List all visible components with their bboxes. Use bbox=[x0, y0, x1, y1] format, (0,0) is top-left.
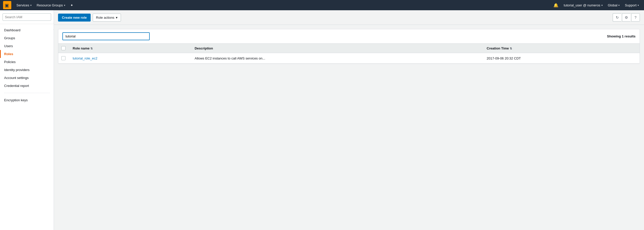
bookmarks-button[interactable]: ✦ bbox=[68, 0, 75, 10]
sidebar: ‹ Dashboard Groups Users Roles Policies … bbox=[0, 10, 54, 230]
sidebar-divider bbox=[4, 93, 50, 93]
gear-icon: ⚙ bbox=[625, 15, 628, 19]
content-area: Create new role Role actions ▾ ↻ ⚙ ? bbox=[54, 10, 644, 230]
sidebar-item-groups[interactable]: Groups bbox=[0, 34, 54, 42]
user-label: tutorial_user @ numeros bbox=[564, 3, 600, 7]
header-creation-time[interactable]: Creation Time ⇅ bbox=[482, 44, 640, 53]
logo-cube-icon bbox=[5, 3, 10, 8]
toolbar-icon-group: ↻ ⚙ ? bbox=[613, 13, 640, 22]
settings-button[interactable]: ⚙ bbox=[622, 13, 631, 22]
role-actions-caret-icon: ▾ bbox=[116, 16, 118, 19]
services-menu[interactable]: Services ▾ bbox=[14, 0, 34, 10]
row-checkbox[interactable] bbox=[61, 56, 65, 60]
sidebar-search-container bbox=[0, 10, 54, 24]
description-label: Description bbox=[195, 46, 213, 50]
sidebar-item-credential-report[interactable]: Credential report bbox=[0, 82, 54, 90]
sidebar-item-policies[interactable]: Policies bbox=[0, 58, 54, 66]
row-checkbox-col bbox=[58, 53, 69, 64]
role-actions-label: Role actions bbox=[96, 16, 115, 19]
bookmark-icon: ✦ bbox=[70, 3, 73, 7]
creation-time-sort-icon: ⇅ bbox=[510, 47, 512, 50]
sidebar-item-dashboard[interactable]: Dashboard bbox=[0, 26, 54, 34]
resource-groups-caret-icon: ▾ bbox=[64, 4, 65, 7]
toolbar: Create new role Role actions ▾ ↻ ⚙ ? bbox=[54, 10, 644, 25]
help-button[interactable]: ? bbox=[631, 13, 640, 22]
table-search-input[interactable] bbox=[62, 32, 150, 40]
table-row: tutorial_role_ec2 Allows EC2 instances t… bbox=[58, 53, 640, 64]
row-description: Allows EC2 instances to call AWS service… bbox=[191, 53, 482, 64]
role-name-label: Role name bbox=[73, 46, 90, 50]
table-header-row: Role name ⇅ Description Creation Time ⇅ bbox=[58, 44, 640, 53]
header-description[interactable]: Description bbox=[191, 44, 482, 53]
region-label: Global bbox=[608, 3, 618, 7]
resource-groups-label: Resource Groups bbox=[37, 3, 63, 7]
creation-time-label: Creation Time bbox=[487, 46, 509, 50]
resource-groups-menu[interactable]: Resource Groups ▾ bbox=[35, 0, 67, 10]
support-label: Support bbox=[625, 3, 637, 7]
services-label: Services bbox=[16, 3, 29, 7]
header-role-name[interactable]: Role name ⇅ bbox=[69, 44, 191, 53]
bell-icon: 🔔 bbox=[553, 3, 558, 8]
role-name-link[interactable]: tutorial_role_ec2 bbox=[73, 56, 97, 60]
help-icon: ? bbox=[634, 15, 637, 19]
aws-logo bbox=[3, 1, 11, 9]
sidebar-nav: Dashboard Groups Users Roles Policies Id… bbox=[0, 24, 54, 106]
search-input[interactable] bbox=[3, 13, 51, 21]
support-caret-icon: ▾ bbox=[638, 4, 639, 7]
notifications-button[interactable]: 🔔 bbox=[551, 0, 561, 10]
results-count: Showing 1 results bbox=[607, 34, 636, 38]
refresh-icon: ↻ bbox=[616, 15, 619, 19]
sidebar-item-roles[interactable]: Roles bbox=[0, 50, 54, 58]
row-role-name: tutorial_role_ec2 bbox=[69, 53, 191, 64]
region-caret-icon: ▾ bbox=[618, 4, 620, 7]
sidebar-item-identity-providers[interactable]: Identity providers bbox=[0, 66, 54, 74]
region-menu[interactable]: Global ▾ bbox=[606, 0, 622, 10]
refresh-button[interactable]: ↻ bbox=[613, 13, 621, 22]
top-navigation: Services ▾ Resource Groups ▾ ✦ 🔔 tutoria… bbox=[0, 0, 644, 10]
header-checkbox-col bbox=[58, 44, 69, 53]
sidebar-item-users[interactable]: Users bbox=[0, 42, 54, 50]
user-caret-icon: ▾ bbox=[601, 4, 603, 7]
sidebar-item-encryption-keys[interactable]: Encryption keys bbox=[0, 96, 54, 104]
create-new-role-button[interactable]: Create new role bbox=[58, 14, 91, 22]
row-creation-time: 2017-09-06 20:32 CDT bbox=[482, 53, 640, 64]
role-actions-button[interactable]: Role actions ▾ bbox=[93, 14, 121, 22]
role-name-sort-icon: ⇅ bbox=[90, 47, 93, 50]
sidebar-collapse-button[interactable]: ‹ bbox=[53, 23, 54, 30]
user-menu[interactable]: tutorial_user @ numeros ▾ bbox=[562, 0, 605, 10]
table-search-row: Showing 1 results bbox=[58, 29, 640, 43]
support-menu[interactable]: Support ▾ bbox=[623, 0, 641, 10]
table-area: Showing 1 results Role name ⇅ Descriptio… bbox=[58, 29, 640, 64]
roles-table: Role name ⇅ Description Creation Time ⇅ bbox=[58, 43, 640, 64]
services-caret-icon: ▾ bbox=[30, 4, 32, 7]
select-all-checkbox[interactable] bbox=[61, 46, 65, 50]
sidebar-item-account-settings[interactable]: Account settings bbox=[0, 74, 54, 82]
